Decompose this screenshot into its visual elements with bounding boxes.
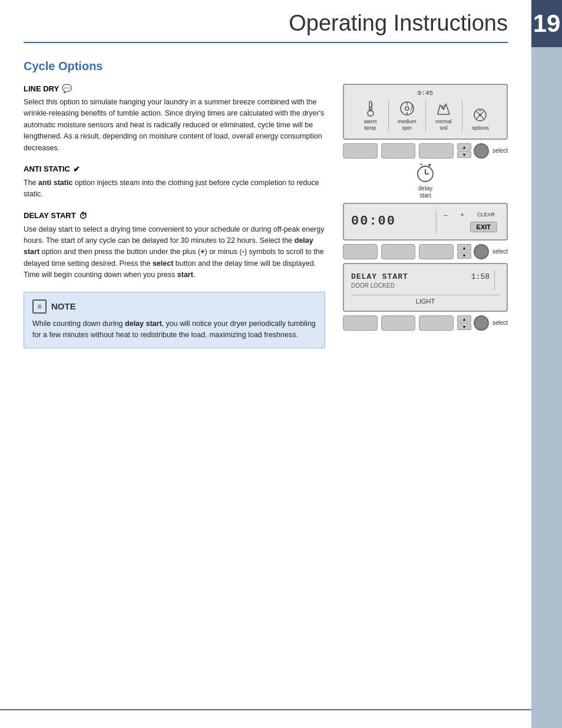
down-arrow-btn[interactable]: ▼: [457, 151, 471, 158]
buttons-row-1: ▲ ▼ select: [343, 143, 508, 159]
status-divider: [494, 270, 495, 291]
delay-clock-icon: [415, 162, 436, 183]
icon-normal-soil: normalsoil: [426, 100, 462, 131]
icon-options: options: [462, 107, 498, 131]
ctrl-btn-4[interactable]: [343, 244, 378, 259]
page-sidebar: 19: [531, 0, 562, 728]
delay-start-text: Use delay start to select a drying time …: [24, 224, 325, 281]
select-knob-area-3: ▲ ▼: [457, 315, 489, 331]
spin-icon: [399, 100, 415, 117]
ctrl-btn-1[interactable]: [343, 143, 378, 159]
select-knob-area-2: ▲ ▼: [457, 244, 489, 259]
anti-static-icon: ✔: [73, 164, 80, 174]
panel-display-1: 0:45 warmtemp: [343, 84, 508, 140]
thermometer-icon: [362, 100, 379, 117]
select-knob-1[interactable]: [474, 143, 489, 159]
bottom-rule: [0, 709, 531, 710]
plus-btn[interactable]: +: [458, 211, 467, 218]
up-arrow-btn[interactable]: ▲: [457, 143, 471, 150]
down-arrow-btn-3[interactable]: ▼: [457, 323, 471, 330]
status-light: LIGHT: [351, 295, 500, 305]
select-label-2: select: [492, 248, 508, 255]
icon-medium-spin: mediumspin: [389, 100, 425, 131]
down-arrow-btn-2[interactable]: ▼: [457, 252, 471, 259]
status-top-row: DELAY START 1:58: [351, 272, 490, 281]
delay-start-icon: ⏱: [79, 211, 87, 220]
section-title: Cycle Options: [24, 60, 508, 73]
minus-btn[interactable]: –: [441, 211, 449, 218]
delay-icon-box: delaystart: [415, 162, 436, 199]
note-header: ≡ NOTE: [32, 299, 316, 314]
select-knob-2[interactable]: [474, 244, 489, 259]
up-down-btn-2[interactable]: ▲ ▼: [457, 244, 471, 259]
note-text: While counting down during delay start, …: [32, 318, 316, 341]
timer-display: 00:00: [351, 214, 431, 229]
up-down-btn-3[interactable]: ▲ ▼: [457, 315, 471, 330]
delay-start-label: DELAY START: [24, 211, 76, 220]
options-label: options: [472, 125, 489, 131]
delay-start-heading: DELAY START ⏱: [24, 211, 325, 220]
svg-point-12: [479, 114, 481, 116]
panel-status: DELAY START 1:58 DOOR LOCKED LIGHT: [343, 263, 508, 312]
ctrl-btn-6[interactable]: [419, 244, 454, 259]
ctrl-btn-9[interactable]: [419, 315, 454, 331]
note-title: NOTE: [51, 301, 76, 311]
page-number-box: 19: [531, 0, 562, 47]
medium-spin-label: mediumspin: [398, 118, 416, 131]
right-column: 0:45 warmtemp: [343, 84, 508, 348]
select-knob-3[interactable]: [474, 315, 489, 331]
delay-start-time: 1:58: [471, 272, 490, 281]
buttons-row-3: ▲ ▼ select: [343, 315, 508, 331]
warm-temp-label: warmtemp: [364, 118, 377, 131]
line-dry-icon: 💬: [62, 84, 72, 93]
normal-soil-label: normalsoil: [435, 118, 452, 131]
anti-static-text: The anti static option injects steam int…: [24, 177, 325, 200]
options-icon: [472, 107, 488, 123]
soil-icon: [435, 100, 452, 117]
select-label-3: select: [492, 319, 508, 326]
left-column: LINE DRY 💬 Select this option to simulat…: [24, 84, 325, 348]
exit-btn[interactable]: EXIT: [470, 222, 497, 232]
ctrl-btn-2[interactable]: [381, 143, 416, 159]
line-dry-heading: LINE DRY 💬: [24, 84, 325, 93]
door-locked-status: DOOR LOCKED: [351, 282, 490, 289]
svg-point-9: [442, 106, 445, 108]
svg-rect-2: [370, 106, 371, 112]
ctrl-btn-3[interactable]: [419, 143, 454, 159]
content-layout: LINE DRY 💬 Select this option to simulat…: [24, 84, 508, 348]
delay-icon-panel: delaystart: [343, 162, 508, 199]
clear-btn[interactable]: CLEAR: [475, 212, 497, 218]
panel-icons-row: warmtemp medi: [350, 99, 501, 133]
page-title: Operating Instructions: [24, 0, 508, 43]
note-box: ≡ NOTE While counting down during delay …: [24, 292, 325, 349]
main-content: Operating Instructions Cycle Options LIN…: [0, 0, 531, 728]
ctrl-btn-8[interactable]: [381, 315, 416, 331]
icon-warm-temp: warmtemp: [352, 100, 389, 131]
ctrl-btn-7[interactable]: [343, 315, 378, 331]
line-dry-label: LINE DRY: [24, 84, 59, 93]
panel-timer: 00:00 – + CLEAR EXIT: [343, 203, 508, 241]
display-time: 0:45: [350, 90, 501, 97]
svg-point-6: [405, 107, 409, 110]
anti-static-heading: ANTI STATIC ✔: [24, 164, 325, 174]
up-arrow-btn-2[interactable]: ▲: [457, 244, 471, 251]
up-down-btn-1[interactable]: ▲ ▼: [457, 143, 471, 158]
up-arrow-btn-3[interactable]: ▲: [457, 315, 471, 322]
anti-static-label: ANTI STATIC: [24, 164, 70, 173]
ctrl-btn-5[interactable]: [381, 244, 416, 259]
select-knob-area-1: ▲ ▼: [457, 143, 489, 159]
note-icon: ≡: [32, 299, 47, 314]
timer-divider: [436, 210, 437, 233]
line-dry-text: Select this option to simulate hanging y…: [24, 97, 325, 154]
delay-start-label-panel: delaystart: [418, 185, 432, 199]
delay-start-status-label: DELAY START: [351, 272, 408, 281]
select-label-1: select: [492, 147, 508, 154]
buttons-row-2: ▲ ▼ select: [343, 244, 508, 259]
page-number: 19: [533, 9, 561, 38]
